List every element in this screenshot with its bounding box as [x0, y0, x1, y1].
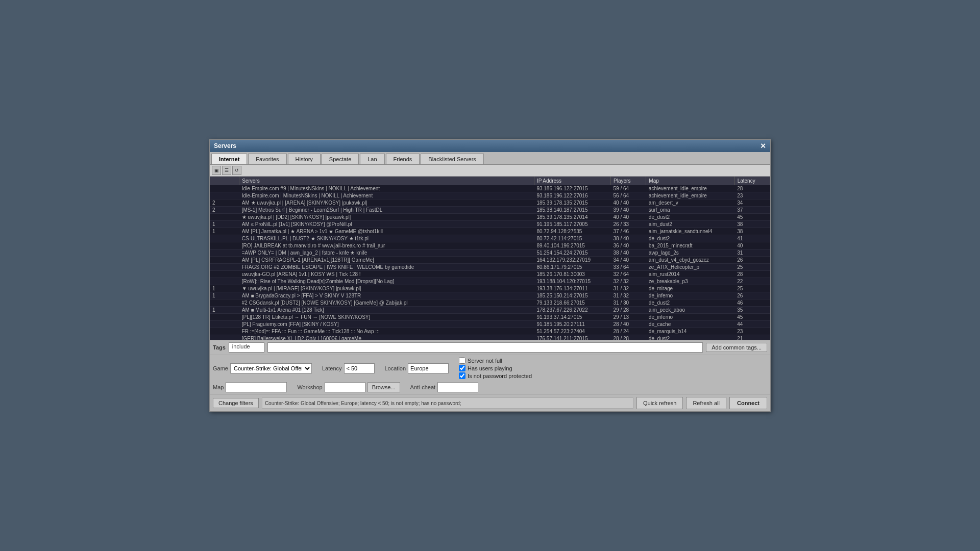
filter-options-row: Game Counter-Strike: Global Offensive La…	[210, 355, 770, 381]
no-password-checkbox[interactable]	[459, 372, 465, 379]
col-header-players[interactable]: Players	[611, 177, 646, 185]
table-row[interactable]: 2AM ★ uwuvjka.pl | [ARENA] [SKINY/KOSY] …	[210, 199, 770, 207]
table-row[interactable]: uwuvjka-GO.pl [ARENA] 1v1 | KOSY WS | Ti…	[210, 271, 770, 278]
tags-row: Tags include Add common tags...	[210, 340, 770, 355]
add-tags-button[interactable]: Add common tags...	[706, 343, 767, 352]
workshop-label: Workshop	[297, 384, 322, 390]
latency-input[interactable]	[344, 363, 375, 373]
table-row[interactable]: ★ uwuvjka.pl | [DD2] [SKINY/KOSY] |pukaw…	[210, 214, 770, 221]
table-row[interactable]: [RO] JAILBREAK at tb.manvid.ro # www.jai…	[210, 242, 770, 249]
table-row[interactable]: Idle-Empire.com #9 | MinutesNSkins | NOK…	[210, 185, 770, 192]
location-input[interactable]	[408, 363, 449, 373]
tags-label: Tags	[213, 344, 226, 350]
has-users-label: Has users playing	[468, 365, 512, 371]
game-filter-group: Game Counter-Strike: Global Offensive	[213, 363, 312, 373]
map-input[interactable]	[226, 382, 287, 392]
table-row[interactable]: 1AM ■ Multi-1v1 Arena #01 [128 Tick]178.…	[210, 307, 770, 314]
not-full-label: Server not full	[468, 358, 502, 364]
latency-filter-group: Latency	[322, 363, 375, 373]
game-select[interactable]: Counter-Strike: Global Offensive	[230, 363, 312, 373]
tab-history[interactable]: History	[288, 154, 321, 164]
browse-button[interactable]: Browse...	[368, 382, 400, 392]
tab-friends[interactable]: Friends	[386, 154, 420, 164]
toolbar-btn-3[interactable]: ↺	[232, 166, 241, 175]
map-workshop-row: Map Workshop Browse... Anti-cheat	[210, 381, 770, 394]
has-users-item: Has users playing	[459, 365, 532, 371]
map-filter-group: Map	[213, 382, 287, 392]
table-row[interactable]: 1AM ■ BrygadaGraczy.pl > [FFA] > V SKINY…	[210, 292, 770, 299]
table-row[interactable]: [PL] Fraguiemy.com [FFA] [SKINY / KOSY]9…	[210, 321, 770, 328]
server-list-scroll[interactable]: Servers IP Address Players Map Latency I…	[210, 177, 770, 340]
toolbar-btn-1[interactable]: ▣	[212, 166, 221, 175]
table-row[interactable]: Idle-Empire.com | MinutesNSkins | NOKILL…	[210, 192, 770, 199]
quick-refresh-button[interactable]: Quick refresh	[636, 397, 683, 409]
tab-internet[interactable]: Internet	[211, 154, 247, 164]
location-filter-group: Location	[385, 363, 449, 373]
has-users-checkbox[interactable]	[459, 365, 465, 371]
table-row[interactable]: [GER] Ballersweise XL | D2-Only | 16000€…	[210, 335, 770, 340]
map-label: Map	[213, 384, 224, 390]
toolbar-btn-2[interactable]: ☰	[222, 166, 231, 175]
refresh-all-button[interactable]: Refresh all	[686, 397, 726, 409]
no-password-item: Is not password protected	[459, 372, 532, 379]
table-row[interactable]: CS-ULTRASKILL.PL | DUST2 ★ SKINY/KOSY ★ …	[210, 235, 770, 242]
workshop-filter-group: Workshop Browse...	[297, 382, 400, 392]
not-full-checkbox[interactable]	[459, 357, 465, 364]
bottom-bar: Change filters Counter-Strike: Global Of…	[210, 394, 770, 411]
servers-window: Servers ✕ Internet Favorites History Spe…	[209, 139, 771, 412]
tags-value: include	[229, 342, 264, 353]
table-row[interactable]: [PL][128 TR] Etiketa.pl → FUN → [NOWE SK…	[210, 314, 770, 321]
window-title: Servers	[214, 142, 236, 149]
table-row[interactable]: FRAGS.ORG #2 ZOMBIE ESCAPE | IWS KNIFE |…	[210, 264, 770, 271]
toolbar: ▣ ☰ ↺	[210, 165, 770, 177]
table-row[interactable]: 2[MS-1] Metros Surf | Beginner - Learn2S…	[210, 207, 770, 214]
tab-lan[interactable]: Lan	[360, 154, 384, 164]
filter-area: Tags include Add common tags... Game Cou…	[210, 340, 770, 394]
tags-input[interactable]	[267, 342, 703, 353]
server-list-area: Servers IP Address Players Map Latency I…	[210, 177, 770, 340]
col-header-servers[interactable]: Servers	[239, 177, 534, 185]
table-row[interactable]: #2 CSGdansk.pl [DUST2] [NOWE SKINY/KOSY]…	[210, 299, 770, 307]
anticheat-label: Anti-cheat	[410, 384, 436, 390]
tab-blacklisted[interactable]: Blacklisted Servers	[421, 154, 484, 164]
col-header-latency[interactable]: Latency	[734, 177, 770, 185]
change-filters-button[interactable]: Change filters	[213, 398, 259, 408]
table-header-row: Servers IP Address Players Map Latency	[210, 177, 770, 185]
table-row[interactable]: 1AM [PL] Jarnatka.pl | ★ ARENA ≥ 1v1 ★ G…	[210, 228, 770, 235]
connect-button[interactable]: Connect	[729, 397, 767, 409]
latency-label: Latency	[322, 365, 342, 371]
table-row[interactable]: AM [PL] CSRFRAGSPL-1 [ARENA1v1][128TR][ …	[210, 257, 770, 264]
table-row[interactable]: 1AM ≤ ProNilL.pl [1v1] [SKINY/KOSY] @Pro…	[210, 221, 770, 228]
tab-spectate[interactable]: Spectate	[322, 154, 359, 164]
checkboxes-group: Server not full Has users playing Is not…	[459, 357, 532, 379]
col-header-ip[interactable]: IP Address	[534, 177, 610, 185]
title-bar: Servers ✕	[210, 140, 770, 152]
anticheat-filter-group: Anti-cheat	[410, 382, 479, 392]
tabs-bar: Internet Favorites History Spectate Lan …	[210, 152, 770, 165]
status-text: Counter-Strike: Global Offensive; Europe…	[262, 397, 633, 409]
table-row[interactable]: [RoW]:: Rise of The Walking Dead[s]:Zomb…	[210, 278, 770, 285]
table-row[interactable]: =AWP ONLY= | DM | awn_lago_2 | fstore - …	[210, 249, 770, 257]
not-full-item: Server not full	[459, 357, 532, 364]
game-label: Game	[213, 365, 228, 371]
server-table: Servers IP Address Players Map Latency I…	[210, 177, 770, 340]
tab-favorites[interactable]: Favorites	[248, 154, 286, 164]
col-header-num[interactable]	[210, 177, 239, 185]
anticheat-input[interactable]	[437, 382, 478, 392]
close-button[interactable]: ✕	[760, 142, 766, 150]
no-password-label: Is not password protected	[468, 373, 532, 379]
workshop-input[interactable]	[325, 382, 365, 392]
table-row[interactable]: 1▼ uwuvjka.pl | [MIRAGE] [SKINY/KOSY] |p…	[210, 285, 770, 292]
table-row[interactable]: FR :=[4od]=: FFA ::: Fun ::: GameMe ::: …	[210, 328, 770, 335]
location-label: Location	[385, 365, 406, 371]
col-header-map[interactable]: Map	[646, 177, 734, 185]
